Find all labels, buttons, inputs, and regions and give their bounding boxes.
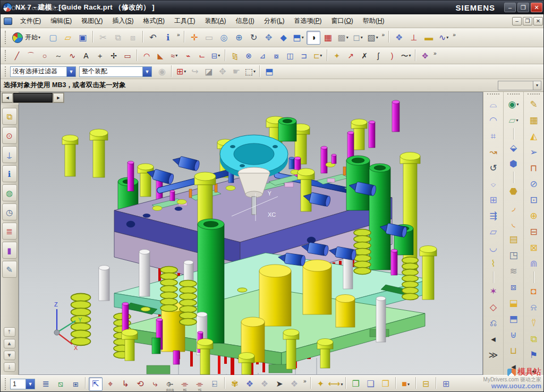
status-mini-button[interactable]: ▾ <box>533 81 541 90</box>
sketch-icon[interactable]: ◉▾ <box>506 97 522 112</box>
graphics-window[interactable]: XC Y Z Y X <box>19 92 483 375</box>
tube-icon[interactable]: ⊘ <box>526 176 542 191</box>
thread-icon[interactable]: ≋ <box>506 263 522 278</box>
child-minimize-button[interactable]: – <box>512 17 522 25</box>
perspective-icon[interactable]: ◆ <box>277 31 291 45</box>
history-icon[interactable]: ◷ <box>2 203 17 220</box>
edit-sketch-icon[interactable]: ✎ <box>526 97 542 112</box>
extrude-icon[interactable]: ⬢ <box>506 156 522 171</box>
wcs-dynamic-icon[interactable]: ⇱ <box>89 377 103 391</box>
select-cursor-icon[interactable]: ➤ <box>273 377 286 391</box>
hd3d-tools-icon[interactable]: ℹ <box>2 165 17 182</box>
menu-item-3[interactable]: 插入(S) <box>107 15 138 26</box>
point-set-icon[interactable]: ✢ <box>107 49 120 62</box>
zoom-in-out-icon[interactable]: ⊕ <box>232 31 246 45</box>
offset-curve-icon[interactable]: ≈▾ <box>168 49 181 62</box>
toolbar-collapse-icon[interactable]: ◂ <box>506 359 522 374</box>
dropdown-arrow-icon[interactable]: ▾ <box>446 35 448 40</box>
zoom-icon[interactable]: ◎ <box>217 31 231 45</box>
wcs-orient-icon[interactable]: ⤷ <box>148 377 162 391</box>
quickpick-diamond-icon[interactable]: ❖ <box>287 377 301 391</box>
measure-distance-icon[interactable]: ▬ <box>422 31 436 45</box>
system-materials-icon[interactable]: ✎ <box>2 261 17 278</box>
rotate-view-icon[interactable]: ↻ <box>247 31 261 45</box>
mirror-curve-icon[interactable]: ⧎ <box>228 49 241 62</box>
window-previous-icon[interactable]: ❐ <box>349 377 363 391</box>
section-surface-icon[interactable]: ⌔ <box>486 176 502 191</box>
toolbar-collapse-icon[interactable]: ◂ <box>486 331 502 346</box>
wcs-origin-icon[interactable]: ↳ <box>118 377 132 391</box>
pane-scrollbar[interactable]: ◄ ► <box>2 92 64 103</box>
marquee-select-icon[interactable]: ⬚▾ <box>244 65 257 78</box>
boss-icon[interactable]: ⊕ <box>526 208 542 223</box>
section-curve-icon[interactable]: ⊿ <box>256 49 269 62</box>
menu-item-1[interactable]: 编辑(E) <box>46 15 76 26</box>
palettes-icon[interactable]: ≣ <box>2 223 17 240</box>
dropdown-arrow-icon[interactable]: ▾ <box>302 35 304 40</box>
move-object-icon[interactable]: ✥ <box>419 49 431 62</box>
sweep-feather-icon[interactable]: ➢ <box>526 144 542 159</box>
scroll-down-icon[interactable]: ▼ <box>4 351 15 360</box>
contour-flange-icon[interactable]: ◟ <box>506 216 522 231</box>
cross-curve-icon[interactable]: ✗ <box>358 49 371 62</box>
law-extension-icon[interactable]: ⌇ <box>486 256 502 271</box>
selection-filter-combo[interactable]: 没有选择过滤器 ▼ <box>10 66 76 77</box>
scroll-bottom-icon[interactable]: ⤓ <box>4 362 15 372</box>
select-within-icon[interactable]: ⊞▾ <box>175 65 188 78</box>
new-part-icon[interactable]: ▢ <box>46 31 60 45</box>
flag-note-icon[interactable]: ⚑ <box>526 347 542 362</box>
point-icon[interactable]: ＋ <box>94 49 106 62</box>
menu-item-5[interactable]: 工具(T) <box>169 15 200 26</box>
box-icon[interactable]: ⬓ <box>506 295 522 310</box>
menu-item-2[interactable]: 视图(V) <box>76 15 107 26</box>
paste-icon[interactable]: ⧈ <box>126 31 140 45</box>
dropdown-arrow-icon[interactable]: ▾ <box>175 53 177 58</box>
menu-item-8[interactable]: 分析(L) <box>259 15 290 26</box>
dropdown-arrow-icon[interactable]: ▾ <box>346 35 348 40</box>
sheet-bracket-icon[interactable]: ▤ <box>506 232 522 246</box>
toolbar-more-icon[interactable]: ≫ <box>486 347 502 362</box>
project-curve-icon[interactable]: ⊏▾ <box>311 49 324 62</box>
save-icon[interactable]: ▣ <box>76 31 90 45</box>
zoom-window-icon[interactable]: ▭ <box>202 31 216 45</box>
circle-icon[interactable]: ○ <box>38 49 51 62</box>
trim-curve-icon[interactable]: ⌁ <box>182 49 194 62</box>
pad-icon[interactable]: ⊠ <box>526 240 542 255</box>
menu-item-9[interactable]: 首选项(P) <box>289 15 326 26</box>
tangent-curve-icon[interactable]: ↗ <box>344 49 357 62</box>
toolbar-overflow-icon[interactable]: » <box>434 49 437 56</box>
intersection-point-icon[interactable]: ⊗ <box>242 49 255 62</box>
dropdown-arrow-icon[interactable]: ▾ <box>407 382 410 387</box>
shaded-with-edges-icon[interactable]: ◑ <box>307 31 320 45</box>
scroll-left-button[interactable]: ◄ <box>2 93 13 103</box>
rectangle-icon[interactable]: ▭ <box>121 49 134 62</box>
dropdown-arrow-icon[interactable]: ▾ <box>409 53 411 58</box>
split-body-icon[interactable]: ◭ <box>526 129 542 143</box>
wcs-save-icon[interactable]: ⍇ <box>208 377 222 391</box>
open-icon[interactable]: ▱ <box>61 31 75 45</box>
chamfer-icon[interactable]: ◣ <box>154 49 167 62</box>
erase-highlight-icon[interactable]: ◪ <box>202 65 215 78</box>
wrap-curve-icon[interactable]: ◫ <box>284 49 296 62</box>
arc-icon[interactable]: ⌒ <box>24 49 37 62</box>
dropdown-arrow-icon[interactable]: ▾ <box>184 69 186 74</box>
constraint-navigator-icon[interactable]: ⊙ <box>2 127 17 144</box>
undo-icon[interactable]: ↶ <box>146 31 160 45</box>
wcs-rotate-icon[interactable]: ⟲ <box>133 377 147 391</box>
dropdown-arrow-icon[interactable]: ▾ <box>218 53 220 58</box>
mold-assembly-model[interactable]: XC Y Z Y X <box>19 92 483 376</box>
dropdown-arrow-icon[interactable]: ▾ <box>253 69 256 74</box>
arc-blend-icon[interactable]: ) <box>386 49 398 62</box>
snapshot-icon[interactable]: ❖ <box>392 31 406 45</box>
wcs-dialog-icon[interactable]: ⌖ <box>104 377 117 391</box>
facet-body-icon[interactable]: ▩▾ <box>336 31 350 45</box>
fan-surface-icon[interactable]: ⋒ <box>526 256 542 271</box>
through-curve-mesh-icon[interactable]: ⌗ <box>486 129 502 143</box>
combo-arrow-icon[interactable]: ▼ <box>66 67 75 76</box>
toolbar-overflow-icon[interactable]: » <box>382 31 385 38</box>
studio-spline-icon[interactable]: ∿ <box>66 49 79 62</box>
title-bar[interactable]: NX 7 - 建模 - [Guide Rack.prt （修改的） ] SIEM… <box>1 1 544 14</box>
toolbar-overflow-icon[interactable]: » <box>177 31 180 38</box>
child-close-button[interactable]: ✕ <box>533 17 543 25</box>
pan-view-icon[interactable]: ✥ <box>262 31 276 45</box>
